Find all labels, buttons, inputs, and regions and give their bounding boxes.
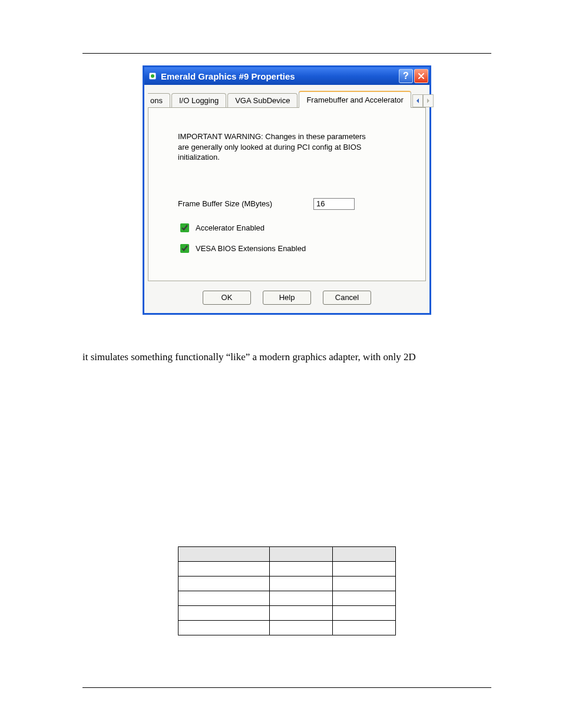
dialog-body: IMPORTANT WARNING: Changes in these para… (148, 107, 426, 281)
table-cell (269, 606, 332, 621)
dialog-figure: Emerald Graphics #9 Properties ? ons I/O… (143, 65, 431, 315)
table-row (178, 606, 396, 621)
frame-buffer-input[interactable] (313, 198, 355, 210)
table-cell (332, 621, 395, 635)
table-row (178, 621, 396, 635)
tab-strip: ons I/O Logging VGA SubDevice Framebuffe… (144, 85, 429, 107)
table-row (178, 562, 396, 577)
data-table-wrap (178, 546, 396, 635)
bottom-rule (82, 687, 491, 688)
svg-point-1 (151, 74, 154, 78)
tab-label: Framebuffer and Accelerator (306, 95, 404, 104)
chevron-right-icon (427, 98, 430, 103)
table-cell (269, 577, 332, 591)
table-cell (178, 562, 270, 577)
help-button[interactable]: Help (263, 291, 311, 305)
tab-vga-subdevice[interactable]: VGA SubDevice (227, 93, 297, 107)
dialog-title: Emerald Graphics #9 Properties (161, 71, 398, 81)
table-header-cell (332, 547, 395, 562)
tab-partial[interactable]: ons (148, 93, 170, 107)
table-cell (269, 562, 332, 577)
frame-buffer-row: Frame Buffer Size (MBytes) (178, 198, 408, 210)
titlebar-help-button[interactable]: ? (399, 69, 413, 83)
table-cell (332, 577, 395, 591)
table-header-row (178, 547, 396, 562)
table-cell (178, 577, 270, 591)
top-rule (82, 53, 491, 54)
table-cell (332, 591, 395, 606)
tab-label: I/O Logging (179, 96, 219, 105)
tab-framebuffer-accelerator[interactable]: Framebuffer and Accelerator (299, 91, 411, 108)
frame-buffer-label: Frame Buffer Size (MBytes) (178, 199, 313, 208)
accelerator-enabled-label: Accelerator Enabled (196, 223, 265, 232)
ok-button[interactable]: OK (203, 291, 251, 305)
dialog-footer: OK Help Cancel (144, 285, 429, 313)
table-header-cell (269, 547, 332, 562)
vesa-enabled-checkbox[interactable] (180, 244, 189, 253)
tab-scroll-right-button[interactable] (423, 94, 434, 107)
chevron-left-icon (416, 98, 419, 103)
dialog-titlebar[interactable]: Emerald Graphics #9 Properties ? (144, 67, 429, 85)
table-row (178, 591, 396, 606)
tab-label: ons (150, 96, 163, 105)
properties-dialog: Emerald Graphics #9 Properties ? ons I/O… (143, 65, 431, 315)
vesa-enabled-row: VESA BIOS Extensions Enabled (178, 242, 408, 255)
table-cell (269, 621, 332, 635)
titlebar-close-button[interactable] (414, 69, 428, 83)
cancel-button[interactable]: Cancel (323, 291, 371, 305)
table-cell (178, 591, 270, 606)
data-table (178, 546, 396, 635)
accelerator-enabled-row: Accelerator Enabled (178, 222, 408, 234)
tab-label: VGA SubDevice (235, 96, 290, 105)
table-header-cell (178, 547, 270, 562)
body-paragraph: it simulates something functionally “lik… (82, 350, 491, 364)
document-page: Emerald Graphics #9 Properties ? ons I/O… (0, 0, 562, 728)
table-cell (178, 621, 270, 635)
table-cell (332, 606, 395, 621)
app-icon (148, 71, 157, 81)
accelerator-enabled-checkbox[interactable] (180, 223, 189, 232)
table-row (178, 577, 396, 591)
vesa-enabled-label: VESA BIOS Extensions Enabled (196, 244, 306, 253)
warning-text: IMPORTANT WARNING: Changes in these para… (178, 131, 366, 163)
tab-io-logging[interactable]: I/O Logging (171, 93, 226, 107)
tab-scrollers (412, 94, 434, 107)
tab-scroll-left-button[interactable] (412, 94, 423, 107)
table-cell (178, 606, 270, 621)
table-cell (269, 591, 332, 606)
table-cell (332, 562, 395, 577)
